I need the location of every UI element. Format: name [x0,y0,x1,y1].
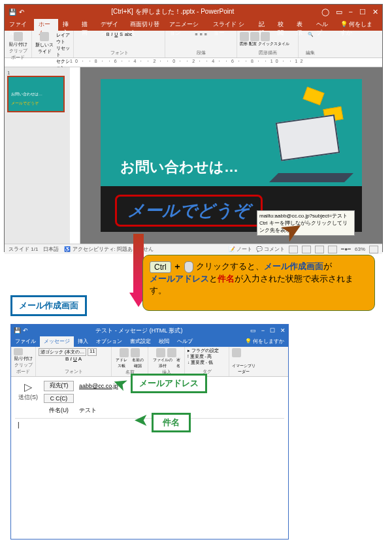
tab-review[interactable]: 校閲 [155,336,173,347]
min-icon[interactable]: − [261,327,265,334]
tab-transitions[interactable]: 画面切り替え [125,19,165,31]
tab-file[interactable]: ファイル [11,336,40,347]
title-text: [Ctrl+K] を押しました！.pptx - PowerPoint [24,7,321,16]
save-icon[interactable]: 💾 [8,8,16,16]
ppt-ribbon: 貼り付け クリップボード 新しいスライド レイアウト リセット セクション スラ… [5,31,382,58]
grp-clipboard: 貼り付け クリップボード [5,31,32,57]
tab-file[interactable]: ファイル [5,19,34,31]
tell-me[interactable]: 💡 何をしますか [336,19,382,31]
paste-icon[interactable] [14,32,23,41]
zoom-slider[interactable]: ━●━ [341,246,351,252]
fit-icon[interactable] [369,246,378,253]
paste-icon[interactable] [14,348,23,355]
slide-canvas[interactable]: お問い合わせは… メールでどうぞ mailto:aabb@cc.co.jp?su… [80,67,382,244]
zoom-pct: 63% [355,246,365,252]
tab-slideshow[interactable]: スライド ショー [208,19,254,31]
ribbon-opts-icon[interactable]: ▭ [336,8,342,16]
min-icon[interactable]: − [349,8,353,16]
flag-button[interactable]: ▸ フラグの設定 [188,348,226,354]
ol-tell-me[interactable]: 💡 何をしますか [241,336,288,347]
ppt-tabs: ファイル ホーム 挿入 描画 デザイン 画面切り替え アニメーション スライド … [5,19,382,31]
ol-tabs: ファイル メッセージ 挿入 オプション 書式設定 校閲 ヘルプ 💡 何をしますか [11,336,288,347]
tab-insert[interactable]: 挿入 [74,336,92,347]
comments-button[interactable]: 💬 コメント [256,246,285,253]
grp-slides: 新しいスライド レイアウト リセット セクション スライド [32,31,74,57]
ruler-vertical [70,67,80,244]
laptop-graphic [264,118,349,177]
grp-paragraph: ≡≡≡ 段落 [165,31,237,57]
tab-review[interactable]: 校閲 [273,19,292,31]
view-sorter-icon[interactable] [302,246,311,253]
view-reading-icon[interactable] [315,246,324,253]
arrow-to-subject-icon: ➤ [135,411,148,430]
cc-row: C C(C) [44,394,284,403]
reset-button[interactable]: リセット [56,45,71,58]
mouse-icon [184,261,193,273]
layout-button[interactable]: レイアウト [56,32,71,45]
tab-design[interactable]: デザイン [96,19,125,31]
font-size[interactable]: 11 [88,348,97,356]
tab-format[interactable]: 書式設定 [126,336,155,347]
undo-icon[interactable]: ↶ [19,8,24,16]
tab-help[interactable]: ヘルプ [173,336,197,347]
importance-low[interactable]: ↓ 重要度 - 低 [188,360,226,366]
close-icon[interactable]: ✕ [280,327,286,334]
grp-drawing: 図形 配置 クイックスタイル 図形描画 [237,31,299,57]
slide-thumbnails: 1 お問い合わせは… メールでどうぞ [5,67,70,244]
tab-draw[interactable]: 描画 [77,19,96,31]
tab-record[interactable]: 記録 [254,19,273,31]
to-button[interactable]: 宛先(T) [44,381,74,391]
new-slide-icon[interactable] [40,32,49,41]
ribbon-opts-icon[interactable]: ▭ [250,327,256,334]
address-book-icon[interactable] [120,348,129,357]
ol-title-text: テスト - メッセージ (HTML 形式) [28,327,250,335]
cc-value[interactable] [76,398,284,399]
tab-home[interactable]: ホーム [34,19,58,31]
max-icon[interactable]: ☐ [270,327,275,334]
save-icon[interactable]: 💾 [14,327,21,334]
send-icon: ▷ [15,381,41,393]
subject-label: 件名(U) [44,406,74,415]
ol-compose-body: ▷ 送信(S) 宛先(T) aabb@cc.co.jp C C(C) 件名(U)… [11,377,288,540]
tab-view[interactable]: 表示 [292,19,311,31]
slide-pos: スライド 1/1 [8,246,38,253]
outlook-window: 💾 ↶ テスト - メッセージ (HTML 形式) ▭ − ☐ ✕ ファイル メ… [10,324,289,540]
subject-value[interactable]: テスト [76,406,161,415]
message-body[interactable]: | [15,418,284,536]
tab-options[interactable]: オプション [92,336,126,347]
grp-font: B I U S abc フォント [74,31,165,57]
immersive-icon[interactable] [232,348,241,357]
attach-file-icon[interactable] [156,348,165,357]
tab-message[interactable]: メッセージ [40,336,74,347]
ppt-titlebar: 💾 ↶ [Ctrl+K] を押しました！.pptx - PowerPoint ◯… [5,5,382,19]
tab-insert[interactable]: 挿入 [58,19,77,31]
tab-animations[interactable]: アニメーション [165,19,209,31]
thumb-1[interactable]: お問い合わせは… メールでどうぞ [7,76,65,112]
label-subject: 件名 [152,413,191,432]
send-button[interactable]: ▷ 送信(S) [15,381,41,402]
ppt-statusbar: スライド 1/1 日本語 ♿ アクセシビリティ: 問題ありません 📝 ノート 💬… [5,244,382,254]
importance-high[interactable]: ! 重要度 - 高 [188,354,226,360]
ol-ribbon: 貼り付け クリップボード 游ゴシック (本文の… 11 B I U A フォント… [11,347,288,377]
instruction-callout: Ctrl ＋ クリックすると、メール作成画面が メールアドレスと件名が入力された… [142,255,375,311]
hyperlink-text[interactable]: メールでどうぞ [115,195,263,227]
powerpoint-window: 💾 ↶ [Ctrl+K] を押しました！.pptx - PowerPoint ◯… [4,4,383,252]
signature-icon[interactable] [167,348,176,357]
tab-help[interactable]: ヘルプ [312,19,336,31]
paste-label: 貼り付け [7,41,29,48]
check-names-icon[interactable] [131,348,140,357]
view-slideshow-icon[interactable] [328,246,337,253]
envelope-icon [302,87,324,105]
label-mail-window: メール作成画面 [10,295,87,316]
cc-button[interactable]: C C(C) [44,394,74,403]
max-icon[interactable]: ☐ [359,8,366,16]
arrange-icon[interactable] [250,32,259,41]
user-icon[interactable]: ◯ [321,8,329,16]
close-icon[interactable]: ✕ [372,8,378,16]
shapes-icon[interactable] [240,32,249,41]
notes-button[interactable]: 📝 ノート [229,246,252,253]
ol-titlebar: 💾 ↶ テスト - メッセージ (HTML 形式) ▭ − ☐ ✕ [11,325,288,336]
font-select[interactable]: 游ゴシック (本文の… [39,348,86,356]
quick-styles-icon[interactable] [261,32,270,41]
undo-icon[interactable]: ↶ [23,327,28,334]
